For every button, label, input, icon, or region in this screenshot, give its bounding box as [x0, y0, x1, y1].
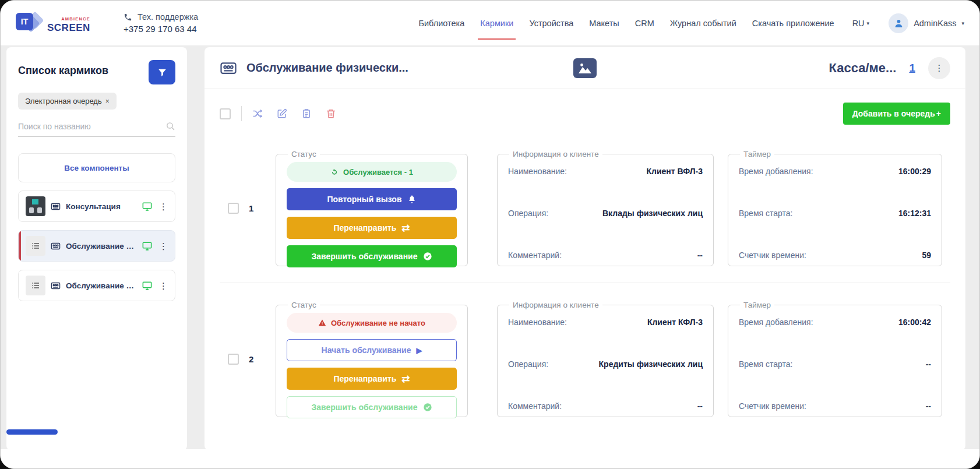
image-icon[interactable] — [573, 58, 597, 78]
queue-list: 1 Статус Обслуживается - 1 Повторный выз… — [205, 138, 965, 432]
bell-icon — [407, 195, 417, 204]
added-time-label: Время добавления: — [739, 318, 813, 327]
component-thumbnail — [26, 196, 45, 216]
client-name-value: Клиент КФЛ-3 — [647, 318, 703, 327]
logo-screen: SCREEN — [47, 22, 90, 34]
chevron-down-icon: ▾ — [961, 20, 964, 26]
row-checkbox[interactable] — [228, 203, 239, 214]
logo-mark-icon: IT — [16, 10, 46, 36]
add-to-queue-button[interactable]: Добавить в очередь+ — [843, 103, 950, 125]
operation-label: Операция: — [508, 359, 548, 369]
comment-label: Комментарий: — [508, 401, 562, 411]
timer-fieldset: Таймер Время добавления:16:00:29 Время с… — [728, 150, 942, 266]
monitor-icon[interactable] — [142, 280, 153, 291]
start-time-label: Время старта: — [739, 209, 792, 218]
component-thumbnail — [26, 276, 45, 295]
added-time-label: Время добавления: — [739, 167, 813, 176]
play-icon: ▶ — [416, 346, 422, 355]
funnel-icon — [157, 68, 167, 77]
id-card-icon — [51, 241, 61, 251]
kebab-menu-icon[interactable]: ⋮ — [158, 241, 169, 252]
nav-event-log[interactable]: Журнал событий — [670, 15, 736, 31]
row-number: 2 — [249, 354, 253, 364]
id-card-icon — [51, 281, 61, 291]
kebab-menu-icon[interactable]: ⋮ — [158, 201, 169, 212]
time-counter-label: Счетчик времени: — [739, 251, 806, 260]
client-info-fieldset: Информация о клиенте Наименование:Клиент… — [497, 150, 714, 266]
monitor-icon[interactable] — [142, 201, 153, 212]
start-service-button[interactable]: Начать обслуживание ▶ — [287, 339, 457, 361]
all-components-button[interactable]: Все компоненты — [18, 153, 175, 182]
kebab-menu-icon: ⋮ — [935, 63, 944, 73]
horizontal-scrollbar-thumb[interactable] — [6, 429, 58, 435]
sidebar-item-consultation[interactable]: Консультация ⋮ — [18, 191, 175, 222]
nav-karmiki[interactable]: Кармики — [480, 15, 513, 31]
shuffle-icon[interactable] — [252, 108, 263, 119]
edit-icon[interactable] — [277, 108, 287, 119]
added-time-value: 16:00:42 — [898, 318, 931, 327]
finish-service-button[interactable]: Завершить обслуживание — [287, 245, 457, 267]
added-time-value: 16:00:29 — [898, 167, 931, 176]
avatar — [889, 13, 908, 33]
filter-chip[interactable]: Электронная очередь × — [18, 93, 117, 110]
nav-download-app[interactable]: Скачать приложение — [752, 15, 834, 31]
select-all-checkbox[interactable] — [220, 108, 231, 119]
file-icon[interactable] — [301, 108, 312, 119]
kebab-menu-icon[interactable]: ⋮ — [158, 280, 169, 291]
list-icon — [31, 241, 40, 251]
finish-service-button[interactable]: Завершить обслуживание — [287, 396, 457, 418]
logo: IT AMBIENCE SCREEN — [16, 10, 118, 36]
component-thumbnail — [26, 236, 45, 256]
sidebar-item-service-individuals[interactable]: Обслуживание физических л... ⋮ — [18, 230, 175, 262]
check-circle-icon — [423, 403, 432, 412]
sidebar-item-label: Обслуживание юридических ... — [66, 281, 136, 290]
status-badge: Обслуживается - 1 — [287, 162, 457, 182]
client-name-value: Клиент ВФЛ-3 — [647, 167, 703, 176]
sidebar-item-label: Обслуживание физических л... — [66, 242, 136, 251]
cashdesk-title: Касса/ме... — [829, 61, 897, 76]
close-icon[interactable]: × — [105, 97, 110, 105]
support-block: Тех. поддержка +375 29 170 63 44 — [124, 12, 198, 34]
sidebar-item-service-legal[interactable]: Обслуживание юридических ... ⋮ — [18, 270, 175, 301]
nav-library[interactable]: Библиотека — [418, 15, 464, 31]
search-input[interactable] — [18, 122, 165, 131]
trash-icon[interactable] — [326, 108, 336, 119]
client-info-fieldset: Информация о клиенте Наименование:Клиент… — [497, 301, 714, 417]
user-menu[interactable]: AdminKass ▾ — [889, 13, 964, 33]
comment-value: -- — [697, 251, 703, 260]
nav-crm[interactable]: CRM — [635, 15, 654, 31]
content-area: Список кармиков Электронная очередь × Вс… — [1, 46, 979, 449]
row-number: 1 — [249, 203, 253, 213]
redirect-button[interactable]: Перенаправить ⇄ — [287, 217, 457, 239]
row-checkbox[interactable] — [228, 354, 239, 365]
support-phone: +375 29 170 63 44 — [124, 24, 198, 34]
repeat-call-button[interactable]: Повторный вызов — [287, 188, 457, 210]
bottom-strip — [1, 449, 979, 468]
time-counter-value: -- — [926, 401, 931, 411]
swap-arrows-icon: ⇄ — [401, 223, 410, 233]
list-icon — [31, 281, 40, 290]
support-label: Тех. поддержка — [138, 12, 198, 22]
filter-button[interactable] — [149, 60, 175, 84]
comment-label: Комментарий: — [508, 251, 562, 260]
monitor-icon[interactable] — [142, 241, 153, 252]
panel-header: Обслуживание физически... Касса/ме... 1 … — [205, 47, 965, 89]
page-title: Обслуживание физически... — [246, 61, 408, 75]
start-time-value: 16:12:31 — [898, 209, 931, 218]
id-card-icon — [220, 59, 237, 77]
swap-arrows-icon: ⇄ — [401, 374, 410, 384]
redirect-button[interactable]: Перенаправить ⇄ — [287, 368, 457, 390]
nav-devices[interactable]: Устройства — [529, 15, 573, 31]
toolbar: Добавить в очередь+ — [205, 89, 965, 138]
sidebar-title: Список кармиков — [18, 60, 108, 77]
logo-ambience: AMBIENCE — [61, 16, 90, 22]
start-time-value: -- — [926, 359, 931, 369]
warning-icon — [318, 319, 326, 327]
start-time-label: Время старта: — [739, 359, 792, 369]
app-window: IT AMBIENCE SCREEN Тех. поддержка +375 2… — [0, 0, 980, 469]
panel-menu-button[interactable]: ⋮ — [928, 57, 950, 79]
cashdesk-count-link[interactable]: 1 — [909, 62, 915, 75]
language-selector[interactable]: RU▾ — [852, 19, 869, 28]
nav-layouts[interactable]: Макеты — [589, 15, 619, 31]
status-fieldset: Статус Обслуживается - 1 Повторный вызов… — [276, 150, 468, 266]
